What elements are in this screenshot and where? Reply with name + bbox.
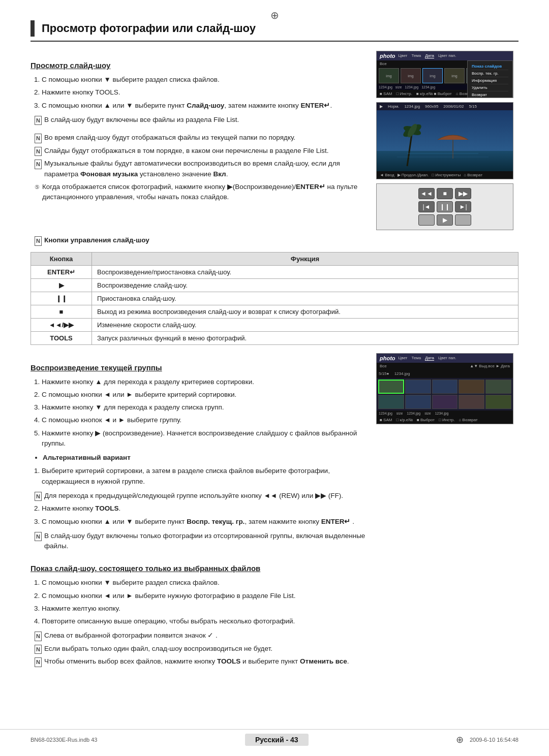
table-heading: Кнопки управления слайд-шоу — [44, 235, 149, 245]
note-symbol: N — [35, 532, 42, 542]
section2-heading: Воспроизведение текущей группы — [30, 363, 366, 372]
btn-return: ⌂ Возврат — [464, 173, 482, 177]
thumb-item: img — [379, 68, 399, 83]
footer: BN68-02330E-Rus.indb 43 Русский - 43 ⊕ 2… — [0, 729, 549, 746]
list-item: Альтернативный вариант — [43, 453, 366, 463]
remote-btn-next[interactable]: ►| — [455, 201, 471, 212]
crosshair-bottom-icon: ⊕ — [456, 734, 464, 745]
thumb-item — [432, 380, 458, 394]
note-item: N Для перехода к предыдущей/следующей гр… — [30, 491, 366, 501]
remote-btn-empty1 — [418, 214, 435, 226]
label-5: 1234.jpg — [435, 412, 449, 415]
tab-date: Дата — [425, 53, 434, 58]
panel-top-bar: photo Цвет Тема Дата Цвет пап. — [377, 51, 513, 60]
mode-label: Норм. — [388, 104, 399, 109]
panel3-thumb-grid — [377, 378, 513, 411]
thumb-item — [485, 395, 511, 409]
note-text: Для перехода к предыдущей/следующей груп… — [44, 491, 343, 501]
note-item: N В слайд-шоу будут включены только фото… — [30, 531, 366, 552]
screenshot-panel-3: photo Цвет Тема Дата Цвет пап. Все ▲▼ Вы… — [376, 353, 513, 424]
section3-steps: С помощью кнопки ▼ выберите раздел списк… — [30, 578, 518, 626]
section1-content: Просмотр слайд-шоу С помощью кнопки ▼ вы… — [30, 51, 366, 230]
note-item: N Музыкальные файлы будут автоматически … — [30, 159, 366, 179]
panel3-search: Все ▲▼ Выд.все ► Дата — [377, 363, 513, 369]
panel-logo: photo — [380, 53, 395, 59]
note-text: Слайды будут отображаться в том порядке,… — [44, 146, 329, 156]
panel3-bottom-bar: ■ SAM □ к/р.е№ ■ Выброт □ Инстр. ⌂ Возвр… — [377, 416, 513, 424]
search-all: Все — [380, 364, 387, 368]
section3-content: Показ слайд-шоу, состоящего только из вы… — [30, 564, 518, 667]
key-speed: ◄◄/▶▶ — [31, 318, 92, 331]
panel3-tabs: Цвет Тема Дата Цвет пап. — [399, 356, 456, 361]
note-item: N Чтобы отменить выбор всех файлов, нажм… — [30, 656, 518, 667]
table-row: ❙❙ Приостановка слайд-шоу. — [31, 292, 518, 305]
tab-color: Цвет — [399, 53, 408, 58]
remote-btn-pause[interactable]: ❙❙ — [437, 201, 453, 212]
note-text: Во время слайд-шоу будут отображаться фа… — [44, 133, 295, 143]
btn-rew: ◄ Ввод — [380, 173, 394, 177]
section1-screenshots: photo Цвет Тема Дата Цвет пап. Все ▲▼ Вы… — [376, 51, 518, 230]
section2-layout: Воспроизведение текущей группы Нажмите к… — [30, 353, 518, 554]
remote-btn-play[interactable]: ▶ — [437, 214, 453, 226]
btn-return: □ Инстр. — [439, 418, 455, 422]
alt-steps: Выберите критерий сортировки, а затем в … — [30, 466, 366, 487]
tab-theme: Тема — [411, 356, 421, 361]
filename: 1234.jpg — [404, 104, 420, 109]
func-stop: Выход из режима воспроизведения слайд-шо… — [92, 305, 518, 318]
note-item: N Слева от выбранной фотографии появится… — [30, 631, 518, 641]
panel3-top-bar: photo Цвет Тема Дата Цвет пап. — [377, 354, 513, 363]
page-title-container: Просмотр фотографии или слайд-шоу — [30, 20, 518, 42]
key-tools: TOOLS — [31, 331, 92, 344]
page: ⊕ Просмотр фотографии или слайд-шоу Прос… — [0, 0, 549, 756]
alt-steps-2: Нажмите кнопку TOOLS. С помощью кнопки ▲… — [30, 503, 366, 527]
note-text: В слайд-шоу будут включены все файлы из … — [44, 115, 239, 125]
photo-image-content — [377, 110, 513, 171]
thumb-item — [405, 395, 431, 409]
svg-rect-1 — [377, 151, 513, 171]
list-item: Нажмите кнопку ▼ для перехода к разделу … — [42, 402, 366, 413]
thumb-item-selected: img — [422, 68, 443, 83]
remote-row-3: ▶ — [418, 214, 471, 226]
section3-heading: Показ слайд-шоу, состоящего только из вы… — [30, 564, 518, 573]
list-item: С помощью кнопки ◄ или ► выберите нужную… — [42, 591, 518, 601]
search-label: Все — [380, 61, 387, 66]
note-text: Музыкальные файлы будут автоматически во… — [44, 159, 366, 179]
photo-view-top: ▶ Норм. 1234.jpg 960x95 2008/01/02 5/15 — [377, 103, 513, 110]
table-row: ▶ Воспроизведение слайд-шоу. — [31, 278, 518, 292]
list-item: Нажмите желтую кнопку. — [42, 604, 518, 614]
panel3-file-info: 5/15● 1234.jpg — [379, 370, 511, 377]
menu-item-playgroup: Воспр. тек. гр. — [472, 70, 508, 77]
thumb-item: img — [444, 68, 465, 83]
list-item: С помощью кнопки ▲ или ▼ выберите пункт … — [42, 101, 366, 111]
note-symbol: N — [35, 134, 42, 143]
thumb-selected — [378, 380, 404, 394]
btn-label-tools: □ Инстр. — [396, 91, 412, 96]
remote-btn-stop[interactable]: ■ — [437, 188, 453, 199]
remote-btn-prev[interactable]: |◄ — [418, 201, 435, 212]
label3: 1234.jpg — [405, 85, 418, 89]
list-item: Нажмите кнопку ▲ для перехода к разделу … — [42, 377, 366, 387]
note-symbol: N — [35, 657, 42, 667]
page-title: Просмотр фотографии или слайд-шоу — [42, 22, 256, 35]
key-play: ▶ — [31, 278, 92, 292]
key-enter: ENTER↵ — [31, 265, 92, 278]
btn-select: ■ Выброт — [417, 418, 435, 422]
func-pause: Приостановка слайд-шоу. — [92, 292, 518, 305]
note-symbol: N — [35, 492, 42, 501]
btn-label-sam: ■ SAM — [380, 91, 392, 96]
resolution: 960x95 — [425, 104, 438, 109]
remote-btn-ff[interactable]: ▶▶ — [455, 188, 471, 199]
table-row: ◄◄/▶▶ Изменение скорости слайд-шоу. — [31, 318, 518, 331]
remote-btn-rew[interactable]: ◄◄ — [418, 188, 435, 199]
note-symbol: N — [35, 147, 42, 156]
label-3: 1234.jpg — [407, 412, 420, 415]
remote-row-1: ◄◄ ■ ▶▶ — [418, 188, 471, 199]
menu-item-info: Информация — [472, 77, 508, 84]
label-2: size — [396, 412, 403, 415]
list-item: С помощью кнопок ◄ и ► выберите группу. — [42, 415, 366, 425]
note-item: ⑤ Когда отображается список фотографий, … — [30, 182, 366, 203]
menu-item-delete: Удалить — [472, 84, 508, 91]
title-bar-decoration — [30, 20, 35, 37]
note-text: Чтобы отменить выбор всех файлов, нажмит… — [44, 656, 349, 667]
list-item: Нажмите кнопку TOOLS. — [42, 503, 366, 514]
